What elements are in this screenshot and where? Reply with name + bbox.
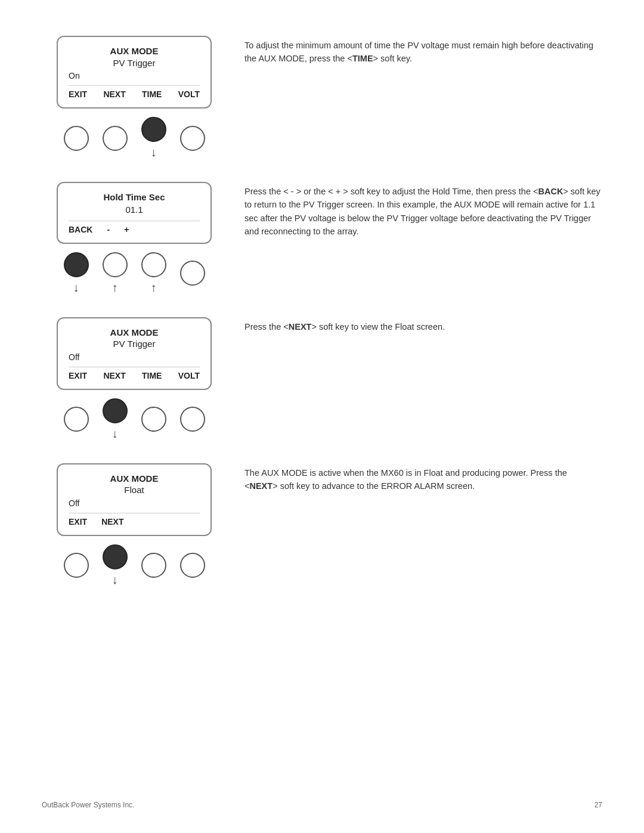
btn-2-4[interactable] bbox=[180, 261, 205, 286]
btn-wrapper-4-1 bbox=[64, 553, 89, 578]
bold-next-3: NEXT bbox=[289, 322, 312, 332]
btn-3-4[interactable] bbox=[180, 407, 205, 432]
bold-next-4: NEXT bbox=[249, 481, 273, 491]
btn-3-2[interactable] bbox=[103, 398, 128, 423]
right-col-3: Press the <NEXT> soft key to view the Fl… bbox=[244, 317, 602, 333]
softkey-time-3[interactable]: TIME bbox=[142, 371, 162, 380]
section-4: AUX MODE Float Off EXIT NEXT ↓ bbox=[42, 463, 602, 587]
btn-3-3[interactable] bbox=[141, 407, 166, 432]
lcd-screen-1: AUX MODE PV Trigger On EXIT NEXT TIME VO… bbox=[57, 36, 212, 109]
btn-2-2[interactable] bbox=[103, 252, 128, 277]
btn-wrapper-3-4 bbox=[180, 407, 205, 432]
footer-left: OutBack Power Systems Inc. bbox=[42, 801, 134, 809]
softkey-exit-3[interactable]: EXIT bbox=[69, 371, 87, 380]
left-col-2: Hold Time Sec 01.1 BACK - + ↓ ↑ bbox=[42, 182, 227, 295]
btn-wrapper-3-2: ↓ bbox=[103, 398, 128, 441]
btn-4-1[interactable] bbox=[64, 553, 89, 578]
content-area: AUX MODE PV Trigger On EXIT NEXT TIME VO… bbox=[42, 36, 602, 609]
softkey-back-2[interactable]: BACK bbox=[69, 225, 92, 234]
btn-wrapper-1-1 bbox=[64, 126, 89, 151]
lcd-softkeys-3: EXIT NEXT TIME VOLT bbox=[69, 367, 200, 380]
lcd-subtitle-4: Float bbox=[69, 484, 200, 496]
btn-1-1[interactable] bbox=[64, 126, 89, 151]
btn-wrapper-2-1: ↓ bbox=[64, 252, 89, 295]
softkey-exit-1[interactable]: EXIT bbox=[69, 89, 87, 99]
lcd-value-2: 01.1 bbox=[69, 203, 200, 216]
page: AUX MODE PV Trigger On EXIT NEXT TIME VO… bbox=[0, 0, 644, 833]
softkey-plus-2[interactable]: + bbox=[124, 225, 129, 234]
arrow-up-3: ↑ bbox=[151, 281, 157, 295]
lcd-title-3: AUX MODE bbox=[69, 327, 200, 339]
desc-1: To adjust the minimum amount of time the… bbox=[244, 39, 602, 66]
lcd-subtitle-1: PV Trigger bbox=[69, 57, 200, 69]
arrow-down-2: ↓ bbox=[73, 281, 79, 295]
lcd-title-1: AUX MODE bbox=[69, 45, 200, 57]
btn-wrapper-1-3: ↓ bbox=[141, 117, 166, 159]
lcd-softkeys-4: EXIT NEXT bbox=[69, 513, 200, 527]
btn-row-4: ↓ bbox=[57, 544, 212, 587]
left-col-1: AUX MODE PV Trigger On EXIT NEXT TIME VO… bbox=[42, 36, 227, 159]
btn-2-3[interactable] bbox=[141, 252, 166, 277]
right-col-1: To adjust the minimum amount of time the… bbox=[244, 36, 602, 66]
btn-1-4[interactable] bbox=[180, 126, 205, 151]
lcd-screen-4: AUX MODE Float Off EXIT NEXT bbox=[57, 463, 212, 536]
btn-wrapper-3-3 bbox=[141, 407, 166, 432]
btn-wrapper-4-4 bbox=[180, 553, 205, 578]
softkey-next-3[interactable]: NEXT bbox=[103, 371, 125, 380]
right-col-4: The AUX MODE is active when the MX60 is … bbox=[244, 463, 602, 493]
desc-2: Press the < - > or the < + > soft key to… bbox=[244, 185, 602, 239]
left-col-4: AUX MODE Float Off EXIT NEXT ↓ bbox=[42, 463, 227, 587]
btn-wrapper-2-3: ↑ bbox=[141, 252, 166, 295]
btn-1-2[interactable] bbox=[103, 126, 128, 151]
btn-2-1[interactable] bbox=[64, 252, 89, 277]
section-2: Hold Time Sec 01.1 BACK - + ↓ ↑ bbox=[42, 182, 602, 295]
softkey-next-1[interactable]: NEXT bbox=[103, 89, 125, 99]
lcd-softkeys-1: EXIT NEXT TIME VOLT bbox=[69, 85, 200, 99]
softkey-next-4[interactable]: NEXT bbox=[101, 517, 123, 527]
btn-4-2[interactable] bbox=[103, 544, 128, 569]
arrow-down-3: ↓ bbox=[112, 427, 118, 441]
btn-1-3[interactable] bbox=[141, 117, 166, 142]
btn-wrapper-3-1 bbox=[64, 407, 89, 432]
lcd-softkeys-2: BACK - + bbox=[69, 221, 200, 234]
softkey-minus-2[interactable]: - bbox=[107, 225, 110, 234]
bold-time: TIME bbox=[352, 54, 373, 63]
right-col-2: Press the < - > or the < + > soft key to… bbox=[244, 182, 602, 239]
btn-4-3[interactable] bbox=[141, 553, 166, 578]
bold-back: BACK bbox=[538, 187, 563, 196]
btn-3-1[interactable] bbox=[64, 407, 89, 432]
footer: OutBack Power Systems Inc. 27 bbox=[42, 801, 602, 809]
btn-row-1: ↓ bbox=[57, 117, 212, 159]
footer-right: 27 bbox=[595, 801, 602, 809]
softkey-volt-3[interactable]: VOLT bbox=[178, 371, 200, 380]
arrow-down-4: ↓ bbox=[112, 573, 118, 587]
btn-wrapper-1-4 bbox=[180, 126, 205, 151]
lcd-screen-2: Hold Time Sec 01.1 BACK - + bbox=[57, 182, 212, 244]
arrow-up-2: ↑ bbox=[112, 281, 118, 295]
section-1: AUX MODE PV Trigger On EXIT NEXT TIME VO… bbox=[42, 36, 602, 159]
lcd-status-1: On bbox=[69, 71, 200, 80]
btn-wrapper-2-2: ↑ bbox=[103, 252, 128, 295]
lcd-screen-3: AUX MODE PV Trigger Off EXIT NEXT TIME V… bbox=[57, 317, 212, 390]
lcd-title-2: Hold Time Sec bbox=[69, 191, 200, 203]
btn-wrapper-1-2 bbox=[103, 126, 128, 151]
desc-3: Press the <NEXT> soft key to view the Fl… bbox=[244, 320, 602, 333]
btn-wrapper-4-3 bbox=[141, 553, 166, 578]
softkey-exit-4[interactable]: EXIT bbox=[69, 517, 87, 527]
arrow-down-1: ↓ bbox=[151, 145, 157, 159]
btn-wrapper-2-4 bbox=[180, 261, 205, 286]
btn-row-3: ↓ bbox=[57, 398, 212, 441]
lcd-title-4: AUX MODE bbox=[69, 473, 200, 485]
softkey-volt-1[interactable]: VOLT bbox=[178, 89, 200, 99]
btn-4-4[interactable] bbox=[180, 553, 205, 578]
left-col-3: AUX MODE PV Trigger Off EXIT NEXT TIME V… bbox=[42, 317, 227, 441]
btn-row-2: ↓ ↑ ↑ bbox=[57, 252, 212, 295]
btn-wrapper-4-2: ↓ bbox=[103, 544, 128, 587]
desc-4: The AUX MODE is active when the MX60 is … bbox=[244, 466, 602, 493]
softkey-time-1[interactable]: TIME bbox=[142, 89, 162, 99]
lcd-subtitle-3: PV Trigger bbox=[69, 338, 200, 350]
lcd-status-4: Off bbox=[69, 498, 200, 508]
lcd-status-3: Off bbox=[69, 352, 200, 362]
section-3: AUX MODE PV Trigger Off EXIT NEXT TIME V… bbox=[42, 317, 602, 441]
